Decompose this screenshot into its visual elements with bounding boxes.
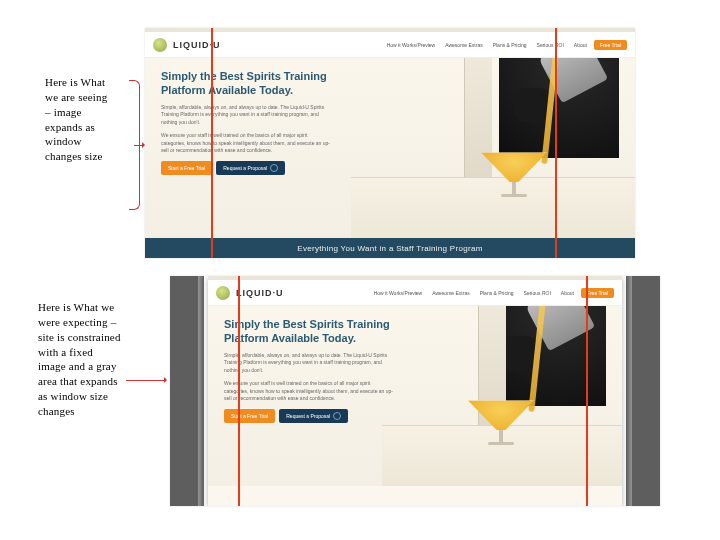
hero-p1: Simple, affordable, always on, and alway… <box>161 104 331 127</box>
nav-roi-b[interactable]: Serious ROI <box>524 290 551 296</box>
guide-left <box>211 28 213 258</box>
hero-image <box>351 58 635 238</box>
logo-icon <box>153 38 167 52</box>
caption-expecting: Here is What we were expecting – site is… <box>38 300 123 419</box>
nav-pricing-b[interactable]: Plans & Pricing <box>480 290 514 296</box>
nav-free-trial-button[interactable]: Free Trial <box>594 40 627 50</box>
hero: Simply the Best Spirits Training Platfor… <box>145 58 635 238</box>
cta-start-trial-b[interactable]: Start a Free Trial <box>224 409 275 423</box>
caption-seeing: Here is What we are seeing – image expan… <box>45 75 115 164</box>
site-seeing: LIQUID·U How it Works/Preview Awesome Ex… <box>145 28 635 258</box>
hero-p2: We ensure your staff is well trained on … <box>161 132 331 155</box>
hero-copy: Simply the Best Spirits Training Platfor… <box>161 70 331 175</box>
nav-extras[interactable]: Awesome Extras <box>445 42 482 48</box>
nav-roi[interactable]: Serious ROI <box>537 42 564 48</box>
nav-how-it-works-b[interactable]: How it Works/Preview <box>374 290 423 296</box>
site-nav-b: LIQUID·U How it Works/Preview Awesome Ex… <box>208 280 622 306</box>
martini-glass-icon <box>481 152 547 198</box>
nav-about-b[interactable]: About <box>561 290 574 296</box>
guide-right <box>555 28 557 258</box>
cta-start-trial[interactable]: Start a Free Trial <box>161 161 212 175</box>
logo-icon-b <box>216 286 230 300</box>
screenshot-seeing: LIQUID·U How it Works/Preview Awesome Ex… <box>145 28 635 258</box>
section-band: Everything You Want in a Staff Training … <box>145 238 635 258</box>
bracket-seeing <box>122 80 142 210</box>
arrow-expecting <box>126 380 166 381</box>
hero-b: Simply the Best Spirits Training Platfor… <box>208 306 622 486</box>
screenshot-expecting: LIQUID·U How it Works/Preview Awesome Ex… <box>170 276 660 506</box>
cta-request-proposal-b[interactable]: Request a Proposal <box>279 409 348 423</box>
nav-about[interactable]: About <box>574 42 587 48</box>
hero-headline: Simply the Best Spirits Training Platfor… <box>161 70 331 98</box>
nav-how-it-works[interactable]: How it Works/Preview <box>387 42 436 48</box>
martini-glass-icon-b <box>468 400 534 446</box>
site-expecting: LIQUID·U How it Works/Preview Awesome Ex… <box>208 276 622 506</box>
gutter-left <box>170 276 204 506</box>
nav-extras-b[interactable]: Awesome Extras <box>432 290 469 296</box>
guide-right-b <box>586 276 588 506</box>
nav-pricing[interactable]: Plans & Pricing <box>493 42 527 48</box>
hero-copy-b: Simply the Best Spirits Training Platfor… <box>224 318 394 423</box>
hero-p1-b: Simple, affordable, always on, and alway… <box>224 352 394 375</box>
site-nav: LIQUID·U How it Works/Preview Awesome Ex… <box>145 32 635 58</box>
gutter-right <box>626 276 660 506</box>
brand-text: LIQUID·U <box>173 40 221 50</box>
cta-request-proposal[interactable]: Request a Proposal <box>216 161 285 175</box>
guide-left-b <box>238 276 240 506</box>
hero-headline-b: Simply the Best Spirits Training Platfor… <box>224 318 394 346</box>
brand-text-b: LIQUID·U <box>236 288 284 298</box>
hero-p2-b: We ensure your staff is well trained on … <box>224 380 394 403</box>
